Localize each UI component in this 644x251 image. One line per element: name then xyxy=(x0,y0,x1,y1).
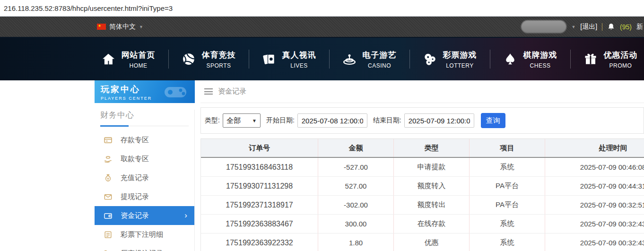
cell-type: 优惠 xyxy=(394,234,470,251)
cell-order-no: 1751992363883467 xyxy=(201,215,318,233)
start-date-input[interactable] xyxy=(297,113,367,128)
sidebar-item-label: 资金记录 xyxy=(121,211,149,220)
cell-order-no: 1751992371318917 xyxy=(201,196,318,214)
nav-label-zh: 彩票游戏 xyxy=(443,50,477,61)
china-flag-icon: ★ xyxy=(97,24,106,30)
chevron-right-icon: › xyxy=(184,211,187,220)
cell-amount: 1.80 xyxy=(318,234,394,251)
nav-item-lottery[interactable]: 彩票游戏 LOTTERY xyxy=(410,50,490,69)
cell-amount: 300.00 xyxy=(318,215,394,233)
lottery-balls-icon xyxy=(423,52,437,66)
cell-amount: -527.00 xyxy=(318,158,394,176)
gift-icon xyxy=(583,52,598,66)
cell-order-no: 1751993071131298 xyxy=(201,177,318,195)
nav-item-sports[interactable]: 体育竞技 SPORTS xyxy=(169,50,249,69)
cell-order-no: 1751993168463118 xyxy=(201,158,318,176)
logout-button[interactable]: [退出] xyxy=(580,23,597,31)
cell-type: 申请提款 xyxy=(394,158,470,176)
start-date-label: 开始日期: xyxy=(266,116,295,125)
sidebar-item-label: 彩票下注明细 xyxy=(121,230,163,239)
nav-label-zh: 真人视讯 xyxy=(282,50,316,61)
sidebar-item-label: 充值记录 xyxy=(121,173,149,182)
nav-item-home[interactable]: 网站首页 HOME xyxy=(88,50,168,69)
top-account-bar: ★ 简体中文 ▼ ▼ [退出] (95) 新 xyxy=(0,17,644,37)
main-navigation: 网站首页 HOME 体育竞技 SPORTS 真人视讯 LIVES xyxy=(0,37,644,80)
table-row: 1751993071131298 527.00 额度转入 PA平台 2025-0… xyxy=(201,177,644,196)
cell-time: 2025-07-09 00:32:43 xyxy=(545,215,644,233)
col-header-project: 项目 xyxy=(470,139,545,157)
nav-label-en: LIVES xyxy=(282,62,316,69)
table-row: 1751992363883467 300.00 在线存款 系统 2025-07-… xyxy=(201,215,644,234)
col-header-order-no: 订单号 xyxy=(201,139,318,157)
sidebar-item-deposit[interactable]: 存款专区 xyxy=(95,130,194,149)
sidebar-header: 玩家中心 PLAYERS CENTER xyxy=(95,80,195,103)
cell-time: 2025-07-09 00:46:08 xyxy=(545,158,644,176)
sidebar: 玩家中心 PLAYERS CENTER 财务中心 存款专区 xyxy=(95,80,195,251)
notification-new-label[interactable]: 新 xyxy=(636,23,643,31)
money-bag-icon xyxy=(104,173,113,182)
cell-amount: 527.00 xyxy=(318,177,394,195)
table-header-row: 订单号 金额 类型 项目 处理时间 xyxy=(201,139,644,158)
bell-icon[interactable] xyxy=(607,23,615,31)
sidebar-item-withdrawal-records[interactable]: 提现记录 xyxy=(95,187,194,206)
cell-time: 2025-07-09 00:32:51 xyxy=(545,196,644,214)
funds-table: 订单号 金额 类型 项目 处理时间 1751993168463118 -527.… xyxy=(200,138,644,251)
notification-count[interactable]: (95) xyxy=(620,23,632,31)
cell-type: 额度转出 xyxy=(394,196,470,214)
nav-item-lives[interactable]: 真人视讯 LIVES xyxy=(249,50,329,69)
gamepad-icon xyxy=(163,83,188,100)
wallet-icon xyxy=(104,211,113,220)
envelope-icon xyxy=(104,192,113,201)
sidebar-item-label: 取款专区 xyxy=(121,155,149,164)
search-button[interactable]: 查询 xyxy=(481,113,505,128)
sidebar-item-room-bet-records[interactable]: 厅室投注记录 xyxy=(95,244,194,251)
nav-item-promo[interactable]: 优惠活动 PROMO xyxy=(571,50,644,69)
chevron-down-icon[interactable]: ▼ xyxy=(571,25,575,29)
nav-item-casino[interactable]: 电子游艺 CASINO xyxy=(330,50,409,69)
roulette-icon xyxy=(342,52,357,66)
sidebar-item-label: 存款专区 xyxy=(121,136,149,145)
nav-item-chess[interactable]: 棋牌游戏 CHESS xyxy=(490,50,570,69)
col-header-time: 处理时间 xyxy=(545,139,644,157)
home-icon xyxy=(101,52,115,66)
sidebar-item-withdraw[interactable]: 取款专区 xyxy=(95,149,194,168)
type-select[interactable]: 全部 ▼ xyxy=(223,113,261,128)
nav-label-zh: 网站首页 xyxy=(122,50,156,61)
nav-label-en: PROMO xyxy=(604,62,638,69)
nav-label-zh: 体育竞技 xyxy=(202,50,236,61)
type-select-value: 全部 xyxy=(226,116,241,125)
cell-amount: -302.00 xyxy=(318,196,394,214)
end-date-input[interactable] xyxy=(404,113,474,128)
main-panel: 资金记录 类型: 全部 ▼ 开始日期: 结束日期: 查询 订单号 金额 类型 项… xyxy=(195,80,644,251)
username-redacted[interactable] xyxy=(521,20,566,33)
menu-toggle-icon[interactable] xyxy=(204,88,213,95)
language-selector[interactable]: ★ 简体中文 ▼ xyxy=(97,17,143,37)
page-title: 资金记录 xyxy=(218,87,246,96)
spade-icon xyxy=(503,52,517,66)
sidebar-item-label: 提现记录 xyxy=(121,192,149,201)
live-cards-icon xyxy=(262,52,276,66)
col-header-amount: 金额 xyxy=(318,139,394,157)
table-row: 1751993168463118 -527.00 申请提款 系统 2025-07… xyxy=(201,158,644,177)
sidebar-section-title: 财务中心 xyxy=(100,110,189,126)
sidebar-menu: 存款专区 取款专区 充值记录 xyxy=(95,130,194,251)
table-row: 1751992371318917 -302.00 额度转出 PA平台 2025-… xyxy=(201,196,644,215)
withdraw-hand-icon xyxy=(104,155,113,164)
nav-label-zh: 电子游艺 xyxy=(363,50,397,61)
nav-label-en: HOME xyxy=(122,62,156,69)
cell-project: 系统 xyxy=(470,158,545,176)
nav-label-en: SPORTS xyxy=(202,62,236,69)
cell-project: PA平台 xyxy=(470,196,545,214)
cell-project: 系统 xyxy=(470,215,545,233)
nav-label-zh: 优惠活动 xyxy=(604,50,638,61)
document-icon xyxy=(104,230,113,239)
sidebar-item-label: 厅室投注记录 xyxy=(121,249,163,251)
filter-bar: 类型: 全部 ▼ 开始日期: 结束日期: 查询 xyxy=(200,107,644,134)
nav-label-zh: 棋牌游戏 xyxy=(523,50,557,61)
sidebar-item-funds-records[interactable]: 资金记录 › xyxy=(95,206,194,225)
browser-address-bar[interactable]: 216.118.235.52:8783/hhcp/usercenter.html… xyxy=(0,0,644,17)
sidebar-item-recharge-records[interactable]: 充值记录 xyxy=(95,168,194,187)
language-label: 简体中文 xyxy=(109,23,136,31)
sidebar-item-lottery-bet-detail[interactable]: 彩票下注明细 xyxy=(95,225,194,244)
cell-time: 2025-07-09 00:32:43 xyxy=(545,234,644,251)
